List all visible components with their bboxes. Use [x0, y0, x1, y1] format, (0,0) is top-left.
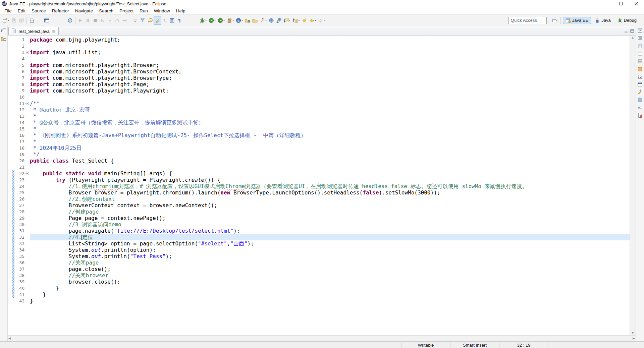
gutter-line-26[interactable]: 26 — [8, 196, 30, 202]
code-text[interactable] — [30, 94, 630, 100]
data-source-view-icon[interactable] — [637, 66, 643, 72]
progress-view-icon[interactable] — [637, 105, 643, 111]
gutter-line-22[interactable]: 22 — [8, 170, 30, 177]
dropdown-arrow-icon[interactable]: ▾ — [265, 19, 267, 22]
tab-test-select-java[interactable]: J Test_Select.java ☒ — [8, 27, 59, 35]
trace-file-button[interactable]: 010 — [28, 16, 36, 25]
dropdown-arrow-icon[interactable]: ▾ — [232, 19, 234, 22]
properties-view-icon[interactable] — [637, 51, 643, 57]
code-text[interactable]: System.out.println(option); — [30, 247, 630, 253]
code-text[interactable]: public class Test_Select { — [30, 158, 630, 164]
forward-button[interactable]: ▾ — [317, 16, 326, 25]
code-text[interactable]: //1.使用chromium浏览器，# 浏览器配置，设置以GUI模式启动Chro… — [30, 183, 630, 189]
task-list-view-icon[interactable] — [637, 43, 643, 49]
horizontal-scrollbar[interactable]: ◀ ▶ — [8, 335, 636, 341]
code-text[interactable]: * — [30, 113, 630, 119]
link-with-editor-button[interactable] — [161, 16, 168, 25]
last-edit-location-button[interactable] — [301, 16, 308, 25]
new-wizard-button[interactable]: ▾ — [1, 16, 10, 25]
perspective-java-ee[interactable]: Java EE — [563, 17, 591, 24]
gutter-line-39[interactable]: 39 — [8, 279, 30, 285]
gutter-line-20[interactable]: 20 — [8, 158, 30, 164]
gutter-line-17[interactable]: 17 — [8, 138, 30, 145]
gutter-line-38[interactable]: 38 — [8, 272, 30, 279]
open-type-button[interactable]: J — [146, 16, 154, 25]
menu-edit[interactable]: Edit — [15, 8, 29, 14]
code-text[interactable]: public static void main(String[] args) { — [30, 170, 630, 177]
code-text[interactable] — [30, 43, 630, 49]
quick-access-box[interactable]: Quick Access — [508, 17, 547, 24]
gutter-line-1[interactable]: 1 — [8, 37, 30, 43]
code-text[interactable]: * — [30, 138, 630, 145]
code-text[interactable]: browser.close(); — [30, 279, 630, 285]
gutter-line-18[interactable]: 18 — [8, 145, 30, 151]
gutter-line-28[interactable]: 28 — [8, 209, 30, 215]
menu-help[interactable]: Help — [173, 8, 189, 14]
mark-occurrences-button[interactable] — [154, 16, 161, 25]
menu-project[interactable]: Project — [116, 8, 137, 14]
code-text[interactable]: //3.浏览器访问demo — [30, 221, 630, 228]
code-text[interactable]: * 《刚刚问世》系列初窥篇-Java+Playwright自动化测试-25- 操… — [30, 132, 630, 138]
dropdown-arrow-icon[interactable]: ▾ — [214, 19, 216, 22]
code-text[interactable]: * — [30, 126, 630, 132]
gutter-line-9[interactable]: 9 — [8, 88, 30, 94]
gutter-line-40[interactable]: 40 — [8, 285, 30, 291]
vertical-scrollbar[interactable]: ▲ ▼ — [630, 36, 636, 335]
gutter-line-7[interactable]: 7 — [8, 75, 30, 81]
gutter-line-16[interactable]: 16 — [8, 132, 30, 138]
menu-source[interactable]: Source — [29, 8, 49, 14]
search-torch-button[interactable]: ▾ — [259, 16, 268, 25]
scroll-down-arrow[interactable]: ▼ — [631, 332, 634, 335]
open-folder-button[interactable] — [251, 16, 259, 25]
gutter-line-12[interactable]: 12 — [8, 107, 30, 113]
gutter-line-25[interactable]: 25 — [8, 189, 30, 196]
dropdown-arrow-icon[interactable]: ▾ — [8, 19, 9, 22]
external-tools-button[interactable]: ▾ — [226, 16, 235, 25]
close-button[interactable] — [629, 0, 644, 7]
menu-search[interactable]: Search — [96, 8, 116, 14]
dropdown-arrow-icon[interactable]: ▾ — [205, 19, 207, 22]
gutter-line-6[interactable]: 6 — [8, 68, 30, 75]
tab-close-icon[interactable]: ☒ — [52, 29, 56, 34]
code-text[interactable]: Page page = context.newPage(); — [30, 215, 630, 221]
gutter-line-23[interactable]: 23 — [8, 177, 30, 183]
run-button[interactable]: ▾ — [208, 16, 217, 25]
code-text[interactable]: * @公众号：北京宏哥（微信搜索，关注宏哥，提前解锁更多测试干货） — [30, 119, 630, 126]
code-text[interactable]: import com.microsoft.playwright.BrowserT… — [30, 75, 630, 81]
dropdown-arrow-icon[interactable]: ▾ — [241, 19, 243, 22]
gutter-line-29[interactable]: 29 — [8, 215, 30, 221]
search-view-icon[interactable] — [637, 89, 643, 95]
terminate-button[interactable] — [92, 16, 99, 25]
code-text[interactable]: System.out.println("Test Pass"); — [30, 253, 630, 259]
code-text[interactable]: //2.创建context — [30, 196, 630, 202]
open-resource-folder-button[interactable] — [244, 16, 251, 25]
code-text[interactable]: //关闭page — [30, 259, 630, 266]
code-text[interactable]: } — [30, 291, 630, 298]
code-text[interactable] — [30, 164, 630, 170]
ws-explorer-button[interactable]: S▾ — [235, 16, 244, 25]
code-text[interactable]: //关闭browser — [30, 272, 630, 279]
dropdown-arrow-icon[interactable]: ▾ — [289, 19, 290, 22]
gutter-line-11[interactable]: 11 — [8, 100, 30, 107]
dropdown-arrow-icon[interactable]: ▾ — [223, 19, 225, 22]
back-button[interactable]: ▾ — [308, 16, 317, 25]
gutter-line-19[interactable]: 19 — [8, 151, 30, 158]
code-text[interactable]: import com.microsoft.playwright.BrowserC… — [30, 68, 630, 75]
code-text[interactable]: page.close(); — [30, 266, 630, 272]
gutter-line-3[interactable]: 3 — [8, 49, 30, 56]
code-text[interactable]: //创建page — [30, 209, 630, 215]
disconnect-button[interactable] — [99, 16, 106, 25]
code-text[interactable] — [30, 56, 630, 62]
servers-view-icon[interactable] — [637, 58, 643, 64]
show-source-button[interactable] — [168, 16, 176, 25]
menu-window[interactable]: Window — [151, 8, 173, 14]
error-log-view-icon[interactable] — [637, 112, 643, 118]
drop-to-frame-button[interactable] — [131, 16, 139, 25]
code-text[interactable]: BrowserContext context = browser.newCont… — [30, 202, 630, 209]
use-step-filters-button[interactable] — [139, 16, 146, 25]
code-text[interactable]: import com.microsoft.playwright.Playwrig… — [30, 88, 630, 94]
code-text[interactable]: import com.microsoft.playwright.Browser; — [30, 62, 630, 68]
open-console-button[interactable] — [43, 16, 50, 25]
debug-button[interactable]: ▾ — [199, 16, 208, 25]
gutter-line-8[interactable]: 8 — [8, 81, 30, 88]
